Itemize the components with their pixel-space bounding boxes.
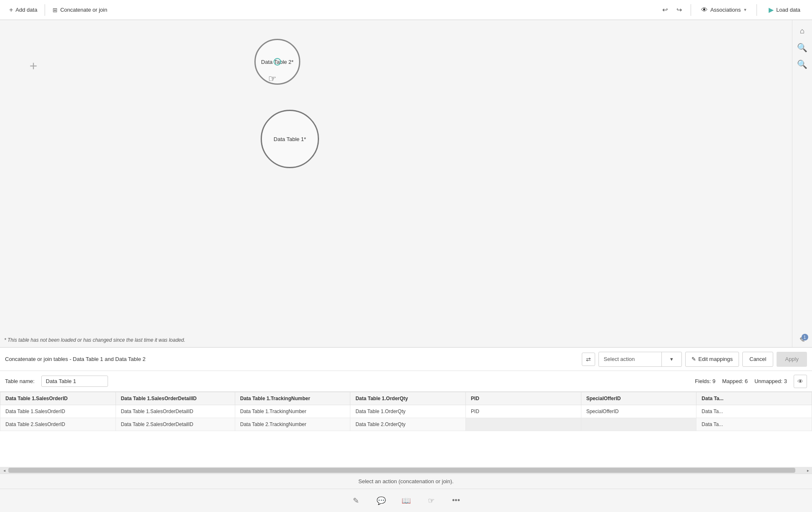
load-data-icon: ▶	[769, 6, 774, 14]
col-header-2: Data Table 1.TrackingNumber	[235, 392, 350, 405]
action-bar: Concatenate or join tables - Data Table …	[0, 348, 812, 371]
data-table-1-node[interactable]: Data Table 1*	[261, 110, 319, 168]
data-table-2-node[interactable]: Data Table 2* ☞	[254, 39, 300, 85]
dropdown-arrow-icon: ▾	[661, 352, 681, 366]
unmapped-count: Unmapped: 3	[754, 378, 787, 384]
table-name-row: Table name: Fields: 9 Mapped: 6 Unmapped…	[0, 371, 812, 392]
col-header-4: PID	[466, 392, 581, 405]
col-header-3: Data Table 1.OrderQty	[350, 392, 466, 405]
home-icon: ⌂	[800, 27, 804, 35]
table-row: Data Table 1.SalesOrderID Data Table 1.S…	[0, 405, 812, 418]
swap-icon: ⇄	[586, 356, 591, 363]
edit-mappings-label: Edit mappings	[699, 356, 733, 362]
cell-1-2: Data Table 2.TrackingNumber	[235, 418, 350, 431]
add-data-button[interactable]: + Add data	[5, 4, 41, 16]
fields-info: Fields: 9 Mapped: 6 Unmapped: 3	[695, 378, 787, 384]
cell-1-5	[581, 418, 696, 431]
cell-1-1: Data Table 2.SalesOrderDetailID	[116, 418, 235, 431]
select-action-placeholder: Select action	[599, 356, 661, 362]
bottom-chat-icon: 💬	[377, 496, 386, 505]
edit-mappings-button[interactable]: ✎ Edit mappings	[685, 352, 739, 367]
cell-1-3: Data Table 2.OrderQty	[350, 418, 466, 431]
zoom-in-button[interactable]: 🔍	[795, 40, 810, 55]
col-header-5: SpecialOfferID	[581, 392, 696, 405]
bottom-more-icon: •••	[452, 496, 460, 505]
add-data-label: Add data	[15, 7, 37, 13]
cell-1-0: Data Table 2.SalesOrderID	[0, 418, 116, 431]
apply-label: Apply	[785, 356, 799, 362]
col-header-0: Data Table 1.SalesOrderID	[0, 392, 116, 405]
load-data-label: Load data	[776, 7, 800, 13]
cell-0-3: Data Table 1.OrderQty	[350, 405, 466, 418]
toolbar-divider-3	[757, 4, 757, 16]
notification-area: ✎ 1	[795, 332, 810, 347]
redo-icon: ↪	[676, 6, 682, 14]
canvas-add-button[interactable]: +	[25, 58, 42, 74]
scroll-arrow-right[interactable]: ▸	[804, 467, 811, 474]
scroll-thumb[interactable]	[8, 468, 795, 473]
apply-button[interactable]: Apply	[777, 352, 807, 367]
redo-button[interactable]: ↪	[672, 3, 686, 17]
toolbar-right: ↩ ↪ 👁 Associations ▾ ▶ Load data	[658, 3, 807, 17]
cell-0-0: Data Table 1.SalesOrderID	[0, 405, 116, 418]
right-sidebar: ⌂ 🔍 🔍 ✎ 1	[792, 20, 812, 347]
cell-1-6: Data Ta...	[696, 418, 812, 431]
bottom-chat-button[interactable]: 💬	[374, 493, 389, 508]
data-table-1-label: Data Table 1*	[274, 136, 306, 142]
canvas-plus-icon: +	[30, 58, 38, 74]
bottom-icons-bar: ✎ 💬 📖 ☞ •••	[0, 489, 812, 512]
concatenate-join-button[interactable]: ⊞ Concatenate or join	[48, 4, 111, 16]
home-button[interactable]: ⌂	[795, 23, 810, 38]
eye-icon: 👁	[797, 378, 803, 385]
zoom-out-icon: 🔍	[797, 59, 807, 69]
top-toolbar: + Add data ⊞ Concatenate or join ↩ ↪ 👁 A…	[0, 0, 812, 20]
preview-button[interactable]: 👁	[794, 375, 807, 388]
table-name-input[interactable]	[41, 376, 108, 387]
mapped-count: Mapped: 6	[722, 378, 748, 384]
cell-0-6: Data Ta...	[696, 405, 812, 418]
toolbar-divider-2	[691, 4, 691, 16]
col-header-1: Data Table 1.SalesOrderDetailID	[116, 392, 235, 405]
col-header-6: Data Ta...	[696, 392, 812, 405]
action-bar-title: Concatenate or join tables - Data Table …	[5, 356, 578, 362]
horizontal-scrollbar[interactable]: ◂ ▸	[0, 467, 812, 474]
associations-dropdown-icon: ▾	[744, 7, 747, 13]
add-data-icon: +	[9, 6, 13, 14]
bottom-book-icon: 📖	[402, 496, 411, 505]
undo-icon: ↩	[662, 6, 668, 14]
swap-button[interactable]: ⇄	[582, 353, 595, 366]
cell-0-5: SpecialOfferID	[581, 405, 696, 418]
concatenate-join-label: Concatenate or join	[60, 7, 107, 13]
cancel-label: Cancel	[749, 356, 766, 362]
canvas-area: + Data Table 2* ☞ Data Table 1* * This t…	[0, 20, 792, 347]
scroll-arrow-left[interactable]: ◂	[1, 467, 8, 474]
select-action-dropdown[interactable]: Select action ▾	[598, 352, 682, 367]
data-table: Data Table 1.SalesOrderID Data Table 1.S…	[0, 392, 812, 431]
bottom-pencil-button[interactable]: ✎	[349, 493, 364, 508]
bottom-pointer-icon: ☞	[428, 496, 435, 505]
toolbar-divider	[45, 4, 45, 16]
cell-0-1: Data Table 1.SalesOrderDetailID	[116, 405, 235, 418]
associations-label: Associations	[710, 7, 741, 13]
concatenate-join-icon: ⊞	[53, 7, 58, 13]
toolbar-left: + Add data ⊞ Concatenate or join	[5, 4, 658, 16]
associations-button[interactable]: 👁 Associations ▾	[696, 4, 752, 16]
canvas-note: * This table has not been loaded or has …	[4, 337, 185, 343]
zoom-out-button[interactable]: 🔍	[795, 57, 810, 72]
cancel-button[interactable]: Cancel	[742, 352, 773, 367]
undo-button[interactable]: ↩	[658, 3, 671, 17]
zoom-in-icon: 🔍	[797, 43, 807, 53]
edit-mappings-icon: ✎	[691, 356, 696, 362]
load-data-button[interactable]: ▶ Load data	[762, 3, 807, 16]
table-name-label: Table name:	[5, 378, 35, 384]
node-teal-indicator	[274, 58, 281, 66]
bottom-more-button[interactable]: •••	[449, 493, 464, 508]
cell-0-4: PID	[466, 405, 581, 418]
bottom-book-button[interactable]: 📖	[399, 493, 414, 508]
cell-0-2: Data Table 1.TrackingNumber	[235, 405, 350, 418]
bottom-pointer-button[interactable]: ☞	[424, 493, 439, 508]
cursor-hand-icon: ☞	[268, 73, 277, 84]
bottom-panel: Concatenate or join tables - Data Table …	[0, 347, 812, 512]
undo-redo-group: ↩ ↪	[658, 3, 686, 17]
eye-associations-icon: 👁	[701, 6, 708, 14]
